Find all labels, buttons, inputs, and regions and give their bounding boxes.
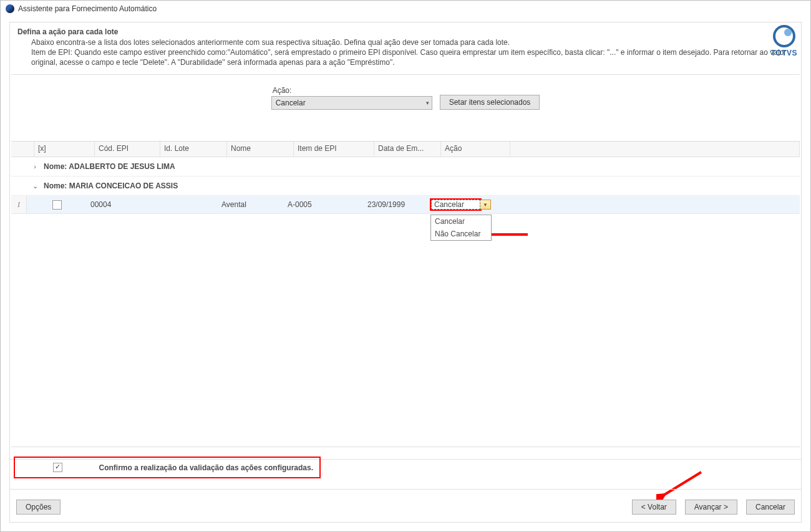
cell-data-em: 23/09/1999: [364, 196, 430, 213]
brand-logo: TOTVS: [771, 25, 797, 57]
page-header: Defina a ação para cada lote Abaixo enco…: [10, 22, 801, 74]
col-acao[interactable]: Ação: [441, 142, 510, 157]
back-button[interactable]: < Voltar: [632, 500, 676, 515]
cell-cod-epi: 00004: [87, 196, 152, 213]
confirm-label: Confirmo a realização da validação das a…: [99, 463, 313, 472]
window-title: Assistente para Fornecimento Automático: [18, 4, 157, 13]
set-selected-button[interactable]: Setar itens selecionados: [440, 95, 540, 110]
cell-acao-dropdown[interactable]: Cancelar Não Cancelar: [430, 215, 492, 241]
data-grid: [x] Cód. EPI Id. Lote Nome Item de EPI D…: [11, 141, 800, 447]
dropdown-option-nao-cancelar[interactable]: Não Cancelar: [431, 228, 491, 240]
brand-logo-icon: [773, 25, 795, 47]
options-button[interactable]: Opções: [16, 500, 61, 515]
col-data-em[interactable]: Data de Em...: [374, 142, 441, 157]
group-row[interactable]: › Nome: ADALBERTO DE JESUS LIMA: [11, 157, 800, 177]
cell-acao-value[interactable]: Cancelar: [431, 200, 480, 210]
action-field-group: Ação: Cancelar ▾: [271, 86, 432, 110]
group-label: Nome: MARIA CONCEICAO DE ASSIS: [44, 181, 178, 190]
wizard-body: Defina a ação para cada lote Abaixo enco…: [9, 22, 802, 523]
divider: [10, 489, 801, 490]
col-item-epi[interactable]: Item de EPI: [294, 142, 374, 157]
app-icon: [6, 4, 14, 13]
col-check[interactable]: [x]: [34, 142, 95, 157]
page-description: Abaixo encontra-se a lista dos lotes sel…: [17, 37, 794, 68]
page-title: Defina a ação para cada lote: [17, 27, 794, 36]
confirm-checkbox[interactable]: [53, 463, 62, 472]
chevron-right-icon: ›: [31, 163, 39, 170]
next-button[interactable]: Avançar >: [685, 500, 737, 515]
col-id-lote[interactable]: Id. Lote: [160, 142, 227, 157]
col-spacer: [510, 142, 800, 157]
cell-check[interactable]: [27, 196, 87, 213]
brand-name: TOTVS: [771, 49, 797, 57]
cell-acao-editor[interactable]: Cancelar ▼ Cancelar Não Cancelar: [431, 200, 491, 210]
col-cod-epi[interactable]: Cód. EPI: [95, 142, 160, 157]
cell-acao-dropdown-button[interactable]: ▼: [480, 200, 491, 210]
cell-item-epi: A-0005: [284, 196, 364, 213]
footer-left: Opções: [16, 500, 61, 515]
cell-nome: Avental: [218, 196, 284, 213]
svg-line-1: [663, 472, 701, 496]
dropdown-option-cancelar[interactable]: Cancelar: [431, 215, 491, 228]
chevron-down-icon: ▾: [426, 100, 429, 106]
grid-header: [x] Cód. EPI Id. Lote Nome Item de EPI D…: [11, 142, 800, 157]
row-checkbox[interactable]: [52, 200, 62, 210]
cancel-button[interactable]: Cancelar: [746, 500, 795, 515]
app-window: Assistente para Fornecimento Automático …: [0, 0, 811, 532]
cell-id-lote: [152, 196, 218, 213]
chevron-down-icon: ⌄: [31, 182, 39, 190]
action-combobox[interactable]: Cancelar ▾: [271, 96, 432, 110]
annotation-arrow: [656, 468, 706, 500]
cell-spacer: [492, 196, 800, 213]
action-combobox-value: Cancelar: [276, 99, 306, 107]
cell-acao[interactable]: Cancelar ▼ Cancelar Não Cancelar: [430, 196, 492, 213]
action-label: Ação:: [271, 86, 432, 95]
controls-row: Ação: Cancelar ▾ Setar itens selecionado…: [10, 75, 801, 115]
footer-right: < Voltar Avançar > Cancelar: [632, 500, 795, 515]
group-row[interactable]: ⌄ Nome: MARIA CONCEICAO DE ASSIS: [11, 177, 800, 196]
col-rowhandle: [11, 142, 34, 157]
table-row[interactable]: I 00004 Avental A-0005 23/09/1999 Cancel…: [11, 196, 800, 214]
confirm-checkbox-row[interactable]: Confirmo a realização da validação das a…: [14, 457, 321, 478]
window-titlebar: Assistente para Fornecimento Automático: [1, 1, 810, 17]
col-nome[interactable]: Nome: [227, 142, 294, 157]
row-handle-edit-icon: I: [11, 196, 27, 213]
group-label: Nome: ADALBERTO DE JESUS LIMA: [44, 162, 175, 171]
